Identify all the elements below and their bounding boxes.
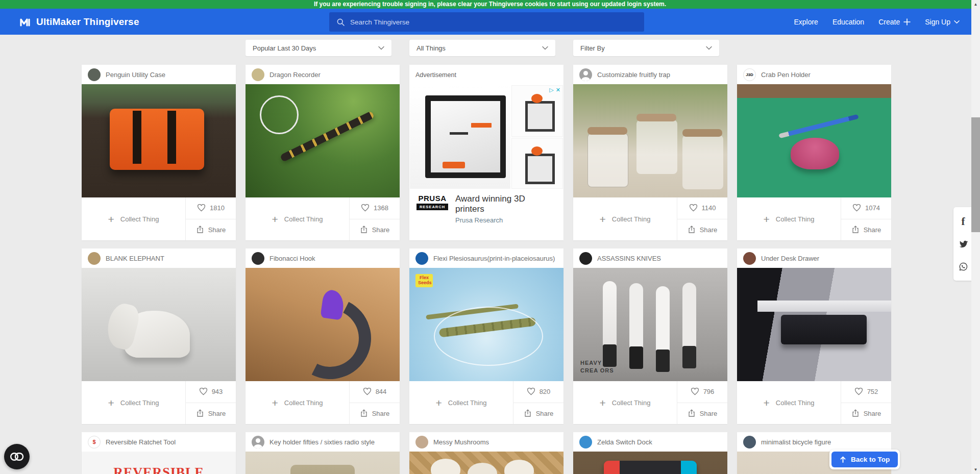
creator-avatar-person-icon[interactable] bbox=[579, 68, 592, 81]
creator-avatar[interactable] bbox=[252, 252, 264, 265]
cookie-consent-badge[interactable] bbox=[4, 444, 30, 469]
scrollbar-thumb[interactable] bbox=[971, 117, 980, 232]
nav-sign-up[interactable]: Sign Up bbox=[925, 18, 960, 26]
filter-by-dropdown[interactable]: Filter By bbox=[573, 40, 719, 56]
collect-thing-button[interactable]: +Collect Thing bbox=[409, 381, 513, 424]
top-navigation-bar: UltiMaker Thingiverse Explore Education … bbox=[0, 9, 980, 35]
like-button[interactable]: 1074 bbox=[841, 197, 891, 219]
back-to-top-button[interactable]: Back to Top bbox=[831, 452, 898, 467]
ad-image-small-top[interactable]: ▷ ✕ bbox=[511, 85, 563, 137]
share-label: Share bbox=[700, 226, 718, 234]
collect-thing-button[interactable]: +Collect Thing bbox=[246, 197, 349, 240]
creator-avatar-person-icon[interactable] bbox=[252, 436, 264, 448]
ad-advertiser-name[interactable]: Prusa Research bbox=[455, 216, 556, 224]
nav-explore[interactable]: Explore bbox=[794, 18, 818, 26]
ad-headline[interactable]: Award winning 3D printers bbox=[455, 194, 556, 214]
like-button[interactable]: 820 bbox=[513, 381, 564, 403]
share-button[interactable]: Share bbox=[841, 219, 891, 241]
thing-title[interactable]: Messy Mushrooms bbox=[433, 438, 489, 446]
creator-avatar[interactable] bbox=[579, 252, 592, 265]
thing-title[interactable]: Key holder fifties / sixties radio style bbox=[270, 438, 375, 446]
thing-title[interactable]: Reversible Ratchet Tool bbox=[106, 438, 176, 446]
twitter-share-button[interactable] bbox=[953, 233, 973, 255]
creator-avatar[interactable] bbox=[88, 68, 101, 81]
ad-image-small-bottom[interactable] bbox=[511, 138, 563, 189]
whatsapp-share-button[interactable] bbox=[953, 255, 973, 278]
creator-avatar[interactable] bbox=[743, 436, 756, 448]
thing-title[interactable]: Penguin Utility Case bbox=[106, 71, 165, 79]
thing-title[interactable]: Fibonacci Hook bbox=[270, 255, 315, 262]
share-button[interactable]: Share bbox=[186, 219, 236, 241]
like-button[interactable]: 796 bbox=[677, 381, 727, 403]
like-button[interactable]: 943 bbox=[186, 381, 236, 403]
thing-image[interactable]: HEAVY CREA ORS bbox=[573, 268, 727, 381]
thing-image[interactable] bbox=[737, 84, 891, 197]
ad-creative[interactable]: ▷ ✕ bbox=[409, 85, 564, 189]
like-button[interactable]: 1368 bbox=[350, 197, 400, 219]
thing-image[interactable] bbox=[737, 268, 891, 381]
creator-avatar[interactable] bbox=[415, 252, 428, 265]
collect-thing-button[interactable]: +Collect Thing bbox=[246, 381, 349, 424]
creator-avatar[interactable] bbox=[743, 252, 756, 265]
scrollbar-up-arrow[interactable]: ▲ bbox=[971, 0, 980, 9]
search-bar[interactable] bbox=[329, 12, 644, 32]
thing-image[interactable] bbox=[82, 268, 236, 381]
thing-title[interactable]: Dragon Recorder bbox=[270, 71, 321, 79]
creator-avatar[interactable] bbox=[579, 436, 592, 448]
thing-image[interactable] bbox=[409, 452, 564, 474]
share-button[interactable]: Share bbox=[677, 219, 727, 241]
collect-thing-button[interactable]: +Collect Thing bbox=[737, 381, 841, 424]
ad-close-icon[interactable]: ✕ bbox=[556, 87, 560, 93]
thing-title[interactable]: Crab Pen Holder bbox=[761, 71, 811, 79]
creator-avatar[interactable]: J3D bbox=[743, 68, 756, 81]
share-button[interactable]: Share bbox=[513, 403, 564, 425]
creator-avatar[interactable] bbox=[415, 436, 428, 448]
thing-image[interactable]: REVERSIBLE bbox=[82, 452, 236, 474]
nav-create[interactable]: Create bbox=[878, 18, 911, 26]
like-count: 844 bbox=[376, 388, 387, 395]
collect-thing-button[interactable]: +Collect Thing bbox=[737, 197, 841, 240]
brand-home-link[interactable]: UltiMaker Thingiverse bbox=[19, 9, 139, 35]
thing-image[interactable] bbox=[573, 84, 727, 197]
ad-image-large[interactable] bbox=[410, 85, 510, 189]
thing-title[interactable]: minimalist bicycle figure bbox=[761, 438, 831, 446]
thing-title[interactable]: Flexi Plesiosaurus(print-in-placeiosauru… bbox=[433, 255, 555, 262]
share-button[interactable]: Share bbox=[186, 403, 236, 425]
thing-image[interactable] bbox=[246, 84, 400, 197]
collect-thing-button[interactable]: +Collect Thing bbox=[82, 381, 185, 424]
creator-avatar[interactable] bbox=[252, 68, 264, 81]
share-button[interactable]: Share bbox=[677, 403, 727, 425]
page-scrollbar[interactable]: ▲ ▼ bbox=[971, 0, 980, 474]
thing-image[interactable]: Flex Seeds bbox=[409, 268, 564, 381]
thing-title[interactable]: Zelda Switch Dock bbox=[597, 438, 652, 446]
adchoices-icon[interactable]: ▷ bbox=[549, 87, 553, 93]
thing-image[interactable] bbox=[246, 268, 400, 381]
scrollbar-down-arrow[interactable]: ▼ bbox=[971, 465, 980, 474]
sort-dropdown[interactable]: Popular Last 30 Days bbox=[246, 40, 391, 56]
search-input[interactable] bbox=[350, 18, 637, 26]
collect-thing-button[interactable]: +Collect Thing bbox=[573, 381, 677, 424]
like-button[interactable]: 1810 bbox=[186, 197, 236, 219]
share-button[interactable]: Share bbox=[350, 219, 400, 241]
facebook-share-button[interactable]: f bbox=[953, 210, 973, 233]
share-button[interactable]: Share bbox=[841, 403, 891, 425]
nav-education[interactable]: Education bbox=[832, 18, 864, 26]
thing-image[interactable] bbox=[573, 452, 727, 474]
thing-card: Messy Mushrooms bbox=[409, 432, 564, 474]
collect-thing-button[interactable]: +Collect Thing bbox=[82, 197, 185, 240]
like-button[interactable]: 1140 bbox=[677, 197, 727, 219]
share-button[interactable]: Share bbox=[350, 403, 400, 425]
thing-title[interactable]: Under Desk Drawer bbox=[761, 255, 819, 262]
like-button[interactable]: 752 bbox=[841, 381, 891, 403]
collect-thing-button[interactable]: +Collect Thing bbox=[573, 197, 677, 240]
thing-title[interactable]: BLANK ELEPHANT bbox=[106, 255, 164, 262]
like-button[interactable]: 844 bbox=[350, 381, 400, 403]
thing-image[interactable] bbox=[246, 452, 400, 474]
advertiser-logo[interactable]: PRUSA RESEARCH bbox=[416, 194, 448, 210]
creator-avatar[interactable]: $ bbox=[88, 436, 101, 448]
thing-image[interactable] bbox=[82, 84, 236, 197]
category-dropdown[interactable]: All Things bbox=[409, 40, 555, 56]
thing-title[interactable]: ASSASSINS KNIVES bbox=[597, 255, 661, 262]
creator-avatar[interactable] bbox=[88, 252, 101, 265]
thing-title[interactable]: Customizable fruitfly trap bbox=[597, 71, 670, 79]
